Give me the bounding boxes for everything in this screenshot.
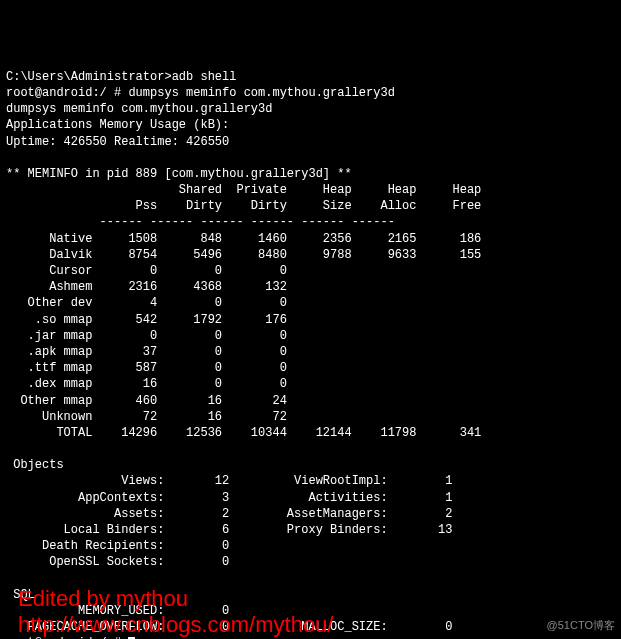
watermark: @51CTO博客: [547, 618, 615, 633]
terminal-output: C:\Users\Administrator>adb shell root@an…: [6, 69, 615, 639]
overlay-url: http://www.cnblogs.com/mythou/: [18, 610, 333, 639]
